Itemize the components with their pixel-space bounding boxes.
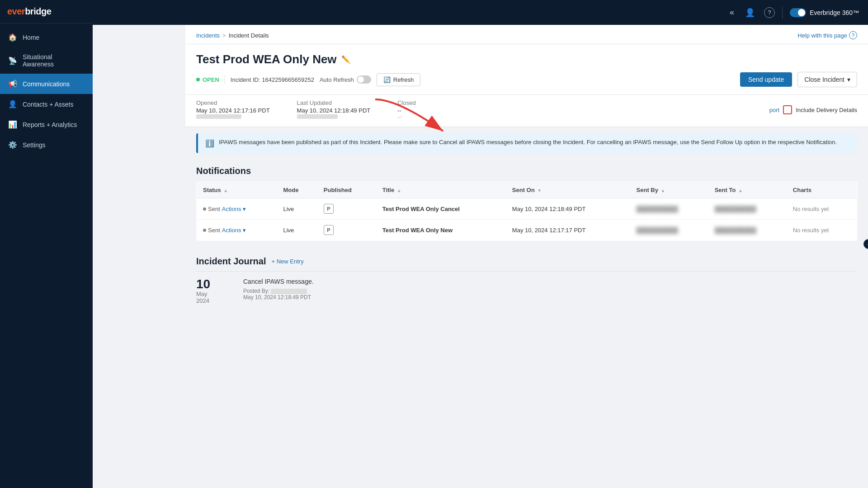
sidebar-item-reports-analytics[interactable]: 📊 Reports + Analytics	[0, 114, 93, 135]
sort-icon: ▲	[661, 188, 665, 193]
cell-sent-on: May 10, 2024 12:18:49 PDT	[506, 198, 630, 220]
include-delivery-label: Include Delivery Details	[796, 107, 857, 113]
chart-icon: 📊	[8, 120, 17, 129]
incident-journal-section: Incident Journal + New Entry 10 May2024 …	[185, 250, 868, 319]
gear-icon: ⚙️	[8, 141, 17, 149]
table-header-row: Status ▲ Mode Published Title ▲ Sent On …	[197, 182, 857, 198]
new-entry-button[interactable]: + New Entry	[271, 258, 303, 265]
incident-title-row: Test Prod WEA Only New ✏️	[196, 52, 857, 66]
breadcrumb-separator: >	[222, 32, 226, 39]
sort-icon: ▲	[738, 188, 743, 193]
cell-charts: No results yet	[787, 220, 857, 241]
breadcrumb-incidents[interactable]: Incidents	[196, 32, 220, 39]
cell-mode: Live	[277, 198, 317, 220]
main-content: Incidents > Incident Details Help with t…	[185, 25, 868, 488]
cell-status: Sent Actions ▾	[197, 220, 277, 241]
edit-icon[interactable]: ✏️	[341, 55, 350, 64]
send-update-button[interactable]: Send update	[740, 72, 792, 87]
cell-published: P	[317, 198, 376, 220]
help-link-text: Help with this page	[797, 32, 847, 39]
journal-entry: 10 May2024 Cancel IPAWS message. Posted …	[196, 271, 857, 310]
topbar-brand: Everbridge 360™	[790, 8, 859, 17]
table-row: Sent Actions ▾ Live P Test Prod WEA Only…	[197, 198, 857, 220]
divider	[225, 75, 225, 84]
auto-refresh-label: Auto Refresh	[320, 76, 354, 83]
question-circle-icon: ?	[849, 31, 857, 39]
cell-sent-on: May 10, 2024 12:17:17 PDT	[506, 220, 630, 241]
journal-message: Cancel IPAWS message.	[243, 278, 857, 285]
topbar: « 👤 ? Everbridge 360™	[93, 0, 868, 25]
actions-button[interactable]: Actions ▾	[222, 206, 246, 212]
topbar-divider	[782, 6, 783, 19]
collapse-icon[interactable]: «	[728, 6, 736, 19]
sidebar-item-home[interactable]: 🏠 Home	[0, 27, 93, 47]
notifications-table: Status ▲ Mode Published Title ▲ Sent On …	[196, 182, 857, 241]
auto-refresh-toggle[interactable]	[357, 75, 371, 84]
sidebar-item-communications[interactable]: 📢 Communications	[0, 74, 93, 94]
meta-last-updated: Last Updated May 10, 2024 12:18:49 PDT	[297, 99, 371, 120]
breadcrumb-current: Incident Details	[229, 32, 269, 39]
breadcrumb: Incidents > Incident Details Help with t…	[185, 25, 868, 44]
actions-button[interactable]: Actions ▾	[222, 227, 246, 234]
incident-id: Incident ID: 1642259665659252	[231, 76, 314, 83]
journal-entries: 10 May2024 Cancel IPAWS message. Posted …	[196, 271, 857, 310]
sidebar-item-label: Communications	[23, 80, 70, 88]
col-sent-to: Sent To ▲	[708, 182, 787, 198]
last-updated-date: May 10, 2024 12:18:49 PDT	[297, 107, 371, 114]
user-icon[interactable]: 👤	[743, 6, 757, 19]
table-row: Sent Actions ▾ Live P Test Prod WEA Only…	[197, 220, 857, 241]
auto-refresh: Auto Refresh	[320, 75, 371, 84]
sidebar: everbridge 🏠 Home 📡 Situational Awarenes…	[0, 0, 93, 488]
app-logo: everbridge	[7, 6, 51, 16]
col-status: Status ▲	[197, 182, 277, 198]
sent-dot	[203, 229, 206, 232]
status-badge: OPEN	[196, 76, 219, 83]
info-icon: ℹ️	[205, 139, 214, 148]
close-label: Close Incident	[804, 76, 844, 83]
opened-label: Opened	[196, 99, 270, 106]
closed-label: Closed	[397, 99, 415, 106]
published-badge: P	[324, 225, 334, 235]
chevron-down-icon: ▾	[847, 76, 850, 83]
meta-opened: Opened May 10, 2024 12:17:16 PDT	[196, 99, 270, 120]
refresh-icon: 🔄	[383, 76, 391, 83]
cell-sent-by: ██████████	[630, 198, 708, 220]
close-incident-button[interactable]: Close Incident ▾	[797, 72, 857, 87]
cell-sent-to: ██████████	[708, 198, 787, 220]
cell-published: P	[317, 220, 376, 241]
sort-icon: ▲	[397, 188, 401, 193]
help-link[interactable]: Help with this page ?	[797, 31, 857, 39]
journal-posted-by: Posted By: May 10, 2024 12:18:49 PDT	[243, 288, 857, 300]
col-charts: Charts	[787, 182, 857, 198]
journal-posted-date: May 10, 2024 12:18:49 PDT	[243, 294, 311, 300]
journal-day: 10	[196, 278, 232, 291]
cell-status: Sent Actions ▾	[197, 198, 277, 220]
sidebar-item-contacts-assets[interactable]: 👤 Contacts + Assets	[0, 94, 93, 114]
notifications-title: Notifications	[196, 160, 857, 176]
incident-controls: OPEN Incident ID: 1642259665659252 Auto …	[196, 72, 857, 87]
sidebar-item-label: Contacts + Assets	[23, 101, 73, 108]
refresh-button[interactable]: 🔄 Refresh	[377, 73, 421, 86]
sidebar-item-settings[interactable]: ⚙️ Settings	[0, 135, 93, 155]
sidebar-item-label: Reports + Analytics	[23, 121, 77, 128]
col-sent-by: Sent By ▲	[630, 182, 708, 198]
published-badge: P	[324, 204, 334, 214]
sidebar-logo: everbridge	[0, 0, 93, 23]
col-mode: Mode	[277, 182, 317, 198]
sort-icon: ▲	[223, 188, 228, 193]
include-delivery-checkbox[interactable]	[783, 105, 792, 114]
help-circle-icon[interactable]: ?	[764, 7, 775, 18]
cell-mode: Live	[277, 220, 317, 241]
sidebar-item-label: Settings	[23, 141, 46, 149]
megaphone-icon: 📢	[8, 80, 17, 88]
sidebar-item-situational-awareness[interactable]: 📡 Situational Awareness	[0, 47, 93, 74]
home-icon: 🏠	[8, 33, 17, 42]
sidebar-item-label: Situational Awareness	[23, 53, 85, 68]
alert-banner: ℹ️ IPAWS messages have been published as…	[196, 133, 857, 153]
cell-charts: No results yet	[787, 198, 857, 220]
incident-title: Test Prod WEA Only New	[196, 52, 337, 66]
col-published: Published	[317, 182, 376, 198]
journal-header: Incident Journal + New Entry	[196, 250, 857, 267]
alert-message: IPAWS messages have been published as pa…	[219, 139, 837, 145]
360-toggle[interactable]	[790, 8, 806, 17]
